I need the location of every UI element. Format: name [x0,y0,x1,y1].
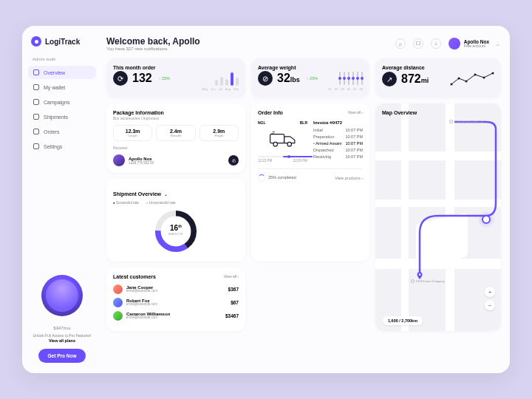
receiver-avatar [113,154,125,166]
topbar-actions: ⌕ ☐ ♤ Apollo Nox Free account ⌄ [395,38,499,50]
customer-avatar [113,298,123,307]
svg-point-11 [419,273,421,276]
order-axis: MayJunJulAugSep [113,87,239,91]
chevron-down-icon: ⌄ [496,41,499,47]
inbox-icon[interactable]: ☐ [413,38,423,49]
order-bar-chart [215,71,239,86]
metric-order-value: 132 [132,72,152,85]
map-poi-1: Washington Metal Co [449,120,482,123]
nav-shipments[interactable]: Shipments [28,110,96,123]
metric-order-delta: ↑ 25% [159,76,170,81]
pro-subtitle: Unlock Full Access to Pro Features! [28,333,96,338]
user-type: Free account [464,44,489,49]
truck-icon [269,129,297,149]
customer-row[interactable]: Jane Cooperemail@example.com$367 [113,284,239,294]
order-info-card: Order InfoView all › NGLBLR 12:15 PM22:0… [251,103,369,262]
wallet-icon [33,84,39,90]
map-scale: 1,600 / 2,700km [383,316,423,325]
box-icon [33,114,39,120]
user-avatar [449,38,460,50]
metric-distance-card: Average distance ↗ 872mi [375,58,501,98]
app-window: LogiTrack Admin tools Overview My wallet… [22,26,510,373]
welcome-title: Welcome back, Apollo [106,36,200,47]
view-all-orders[interactable]: View all › [348,110,363,116]
receiver-label: Receiver [113,146,239,150]
topbar: Welcome back, Apollo You have 327 new no… [106,36,499,51]
brand-name: LogiTrack [45,38,80,46]
weight-axis: 010203040506 [258,87,363,91]
welcome-sub: You have 327 new notifications. [106,47,200,51]
svg-point-1 [458,78,460,80]
brand-logo: LogiTrack [28,36,96,47]
call-button[interactable]: ✆ [228,155,239,166]
customer-avatar [113,284,123,294]
sidebar: LogiTrack Admin tools Overview My wallet… [22,26,102,373]
svg-point-2 [466,81,468,83]
package-dimensions: 12.3mLength 2.4mBreadth 2.9mHeight [113,125,239,141]
customers-title: Latest customers [113,274,156,279]
metric-title: Average distance [382,65,494,70]
gear-icon [33,143,39,149]
pro-price: $347/mo [28,321,96,332]
receiver-row: Apollo Nox+226 775 552 53 ✆ [113,154,239,166]
nav-campaigns[interactable]: Campaigns [28,95,96,109]
customer-row[interactable]: Cameron Williamsonemail@example.com$3467 [113,311,239,321]
route-icon: ↗ [382,72,397,86]
invoice-block: Invoice #0472 Initial10:07 PM Preparatio… [313,120,363,163]
svg-point-4 [483,77,485,79]
get-pro-button[interactable]: Get Pro Now [38,349,85,363]
svg-rect-6 [270,134,284,143]
weight-sliders [339,72,363,85]
svg-point-8 [287,142,291,146]
welcome-block: Welcome back, Apollo You have 327 new no… [106,36,200,51]
pro-avatar [41,275,83,316]
nav-orders[interactable]: Orders [28,125,96,138]
weight-icon: ⊘ [258,71,273,86]
metric-weight-value: 32lbs [277,72,300,85]
view-all-customers[interactable]: View all › [224,274,239,280]
customers-card: Latest customersView all › Jane Cooperem… [106,267,245,331]
campaign-icon [33,99,39,105]
package-card: Package Information Box accessories | In… [106,103,245,173]
svg-point-7 [273,142,277,146]
chevron-down-icon[interactable]: ⌄ [164,192,168,197]
customer-row[interactable]: Robert Foxemail@example.com$67 [113,298,239,307]
progress-icon [258,174,265,182]
search-icon[interactable]: ⌕ [395,38,406,49]
bag-icon [33,129,39,134]
bell-icon[interactable]: ♤ [431,38,441,49]
map-title: Map Overview [382,110,494,115]
view-plans-link[interactable]: View all plans [28,338,96,343]
metric-distance-value: 872mi [401,72,429,86]
dashboard-grid: This month order ⟳ 132 ↑ 25% MayJunJulAu… [106,58,499,363]
shipment-donut: 16thMARCH [113,208,239,255]
zoom-out-button[interactable]: − [485,300,495,310]
metric-title: Average weight [258,65,363,70]
route-from: NGL [258,120,266,125]
nav-overview[interactable]: Overview [28,66,96,79]
view-products-link[interactable]: View products › [335,176,363,180]
zoom-in-button[interactable]: + [485,287,495,297]
svg-point-3 [474,74,477,76]
cube-icon: ⟳ [113,71,128,86]
nav-wallet[interactable]: My wallet [28,81,96,94]
shipment-card: Shipment Overview⌄ Successful rateUnsucc… [106,179,245,262]
nav-settings[interactable]: Settings [28,140,96,153]
map-card[interactable]: Washington Metal Co CR Fennan Company Ma… [375,103,501,331]
user-menu[interactable]: Apollo Nox Free account ⌄ [449,38,499,50]
brand-icon [31,36,41,47]
customer-avatar [113,311,123,321]
shipment-legend: Successful rateUnsuccessful rate [113,201,239,205]
route-progress [258,156,307,157]
route-to: BLR [300,120,307,125]
svg-point-0 [451,83,453,86]
package-title: Package Information [113,110,239,115]
order-title: Order Info [258,110,283,115]
map-pin-icon [415,270,424,279]
grid-icon [33,69,39,75]
metric-title: This month order [113,65,239,70]
metric-weight-delta: ↑ 25% [307,76,318,81]
metric-weight-card: Average weight ⊘ 32lbs ↑ 25% 01020304050… [251,58,369,98]
pro-upsell: $347/mo Unlock Full Access to Pro Featur… [28,275,96,363]
order-progress-text: 25% completed [258,174,296,182]
